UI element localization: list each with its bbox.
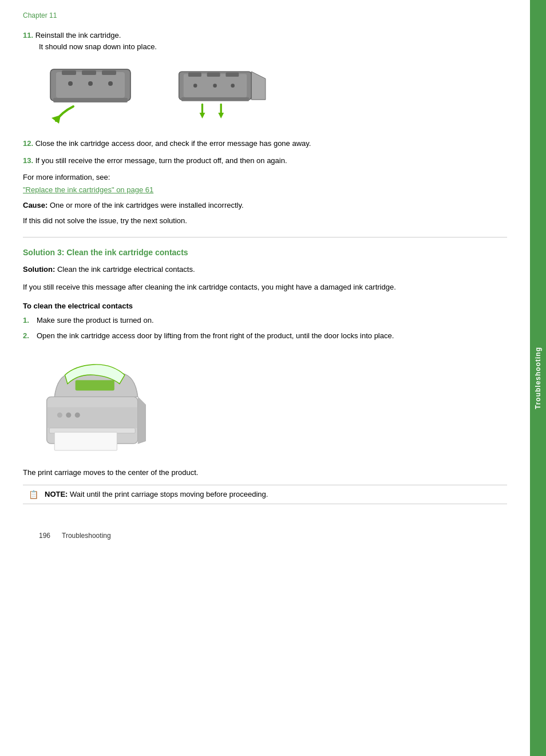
cause-text: One or more of the ink cartridges were i…	[50, 201, 244, 209]
svg-point-5	[68, 81, 73, 86]
svg-rect-18	[181, 97, 250, 101]
svg-point-15	[193, 84, 197, 88]
solution3-desc: If you still receive this message after …	[23, 282, 507, 294]
solution3-heading: Solution 3: Clean the ink cartridge cont…	[23, 248, 507, 257]
step-12-block: 12. Close the ink cartridge access door,…	[23, 138, 507, 149]
printer-image-block	[39, 353, 507, 458]
step-12-number: 12.	[23, 139, 33, 148]
cartridge-images	[39, 64, 507, 126]
svg-point-6	[88, 81, 93, 86]
step-13-number: 13.	[23, 156, 33, 165]
electrical-contacts-heading: To clean the electrical contacts	[23, 302, 507, 310]
step-1-text: Make sure the product is turned on.	[37, 315, 154, 326]
step-2-number: 2.	[23, 330, 33, 342]
solution3-label: Solution:	[23, 265, 55, 274]
svg-point-7	[108, 81, 113, 86]
solution3-block: Solution: Clean the ink cartridge electr…	[23, 264, 507, 275]
svg-rect-14	[225, 73, 239, 77]
step-11-text: Reinstall the ink cartridge.	[35, 31, 121, 39]
page-wrapper: Chapter 11 11. Reinstall the ink cartrid…	[0, 0, 546, 756]
note-icon: 📋	[29, 490, 40, 499]
step-11-subtext: It should now snap down into place.	[39, 41, 507, 53]
note-text: Wait until the print carriage stops movi…	[70, 490, 268, 498]
chapter-label: Chapter 11	[23, 11, 507, 19]
svg-rect-25	[54, 432, 117, 450]
svg-rect-2	[62, 70, 76, 75]
section-divider	[23, 237, 507, 238]
svg-marker-9	[52, 115, 61, 124]
cartridge-right-image	[165, 64, 268, 126]
step-11-number: 11.	[23, 31, 33, 39]
step-12-text: Close the ink cartridge access door, and…	[35, 139, 311, 148]
footer: 196 Troubleshooting	[39, 527, 523, 544]
footer-section: Troubleshooting	[62, 532, 111, 540]
side-tab-label: Troubleshooting	[534, 347, 542, 409]
replace-cartridges-link[interactable]: "Replace the ink cartridges" on page 61	[23, 185, 153, 194]
more-info: For more information, see:	[23, 172, 507, 183]
printer-image	[39, 353, 153, 456]
cause-line: Cause: One or more of the ink cartridges…	[23, 200, 507, 211]
cause-label: Cause:	[23, 201, 48, 209]
step-11-block: 11. Reinstall the ink cartridge. It shou…	[23, 30, 507, 52]
carriage-text: The print carriage moves to the center o…	[23, 467, 507, 478]
svg-rect-23	[76, 380, 114, 390]
side-tab: Troubleshooting	[530, 0, 546, 756]
svg-rect-13	[207, 73, 220, 77]
svg-rect-3	[82, 70, 96, 75]
svg-rect-29	[47, 407, 138, 428]
svg-point-16	[213, 84, 217, 88]
svg-marker-19	[251, 72, 266, 100]
solution3-text: Clean the ink cartridge electrical conta…	[57, 265, 195, 274]
svg-rect-4	[102, 70, 116, 75]
svg-rect-12	[188, 73, 201, 77]
svg-rect-8	[53, 98, 128, 102]
link-replace-cartridges[interactable]: "Replace the ink cartridges" on page 61	[23, 185, 507, 194]
svg-marker-21	[218, 113, 224, 118]
note-block: 📋 NOTE: Wait until the print carriage st…	[23, 485, 507, 504]
cartridge-left-image	[39, 64, 142, 126]
steps-list: 1. Make sure the product is turned on. 2…	[23, 315, 507, 342]
step-13-block: 13. If you still receive the error messa…	[23, 155, 507, 167]
svg-point-17	[231, 84, 235, 88]
step-1-number: 1.	[23, 315, 33, 326]
step-1-item: 1. Make sure the product is turned on.	[23, 315, 507, 326]
main-content: Chapter 11 11. Reinstall the ink cartrid…	[0, 0, 530, 756]
step-13-text: If you still receive the error message, …	[35, 156, 287, 165]
step-2-text: Open the ink cartridge access door by li…	[37, 330, 394, 342]
next-solution: If this did not solve the issue, try the…	[23, 215, 507, 227]
footer-page-number: 196	[39, 532, 50, 540]
note-label: NOTE:	[45, 490, 68, 498]
svg-marker-20	[200, 113, 205, 118]
step-2-item: 2. Open the ink cartridge access door by…	[23, 330, 507, 342]
